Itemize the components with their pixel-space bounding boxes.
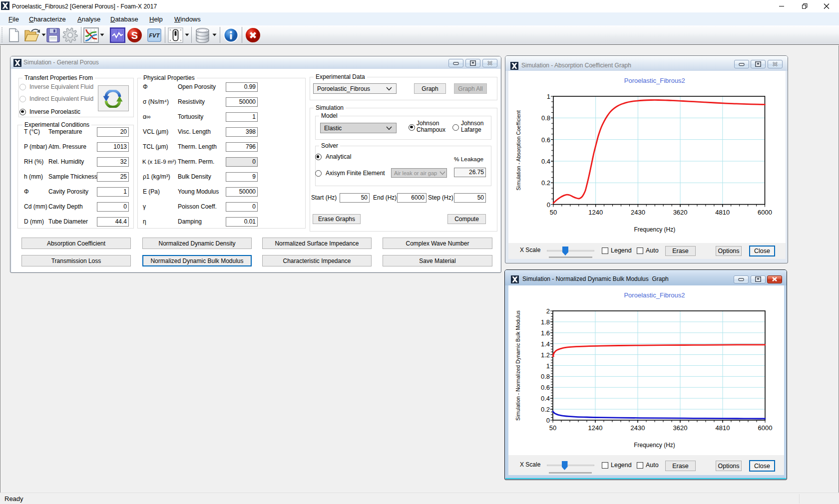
svg-text:0.4: 0.4 xyxy=(541,158,550,165)
svg-text:0.6: 0.6 xyxy=(541,136,550,144)
svg-text:Poroelastic_Fibrous2: Poroelastic_Fibrous2 xyxy=(624,77,685,84)
svg-text:0: 0 xyxy=(547,201,550,209)
svg-text:2430: 2430 xyxy=(631,209,645,216)
svg-text:0.2: 0.2 xyxy=(541,179,550,187)
svg-text:1: 1 xyxy=(547,93,550,100)
svg-text:S: S xyxy=(131,30,138,41)
svg-text:6000: 6000 xyxy=(758,209,772,216)
svg-text:50: 50 xyxy=(550,209,557,216)
svg-text:4810: 4810 xyxy=(715,209,730,216)
svg-text:Simulation - Absorption Coeffi: Simulation - Absorption Coefficient xyxy=(515,110,521,190)
svg-text:3620: 3620 xyxy=(673,209,688,216)
svg-text:1240: 1240 xyxy=(588,209,603,216)
svg-text:Frequency (Hz): Frequency (Hz) xyxy=(634,226,675,233)
svg-text:FVT: FVT xyxy=(149,32,160,38)
svg-text:0.8: 0.8 xyxy=(541,114,550,122)
